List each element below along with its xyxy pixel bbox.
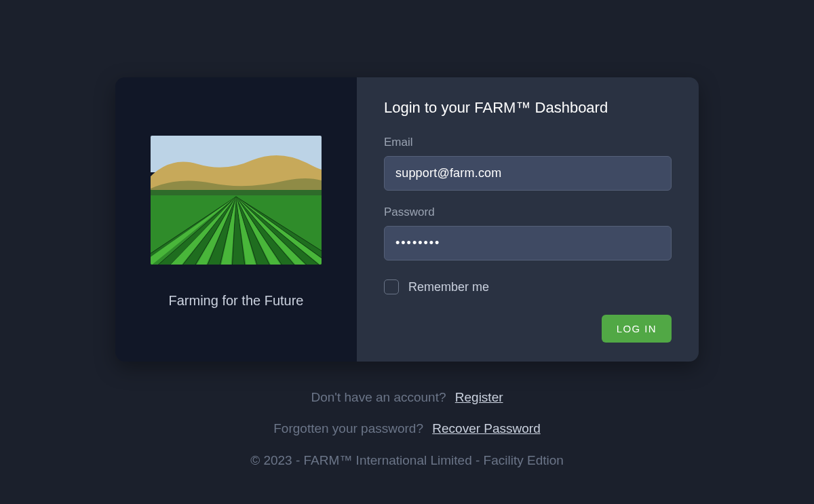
recover-password-link[interactable]: Recover Password [432,421,540,435]
password-input[interactable] [384,226,672,260]
email-label: Email [384,136,672,149]
copyright-text: © 2023 - FARM™ International Limited - F… [115,450,699,471]
farm-field-image [151,136,322,265]
remember-me-label[interactable]: Remember me [408,280,489,294]
tagline-text: Farming for the Future [169,293,304,309]
register-prompt: Don't have an account? [311,390,446,404]
register-link[interactable]: Register [455,390,503,404]
login-button[interactable]: LOG IN [602,315,672,343]
footer: Don't have an account? Register Forgotte… [115,387,699,482]
password-label: Password [384,206,672,219]
recover-prompt: Forgotten your password? [273,421,423,435]
email-input[interactable] [384,156,672,191]
login-form-panel: Login to your FARM™ Dashboard Email Pass… [357,77,699,362]
hero-panel: Farming for the Future [115,77,357,362]
login-card: Farming for the Future Login to your FAR… [115,77,699,362]
form-title: Login to your FARM™ Dashboard [384,99,672,117]
remember-me-row: Remember me [384,279,672,294]
remember-me-checkbox[interactable] [384,279,399,294]
